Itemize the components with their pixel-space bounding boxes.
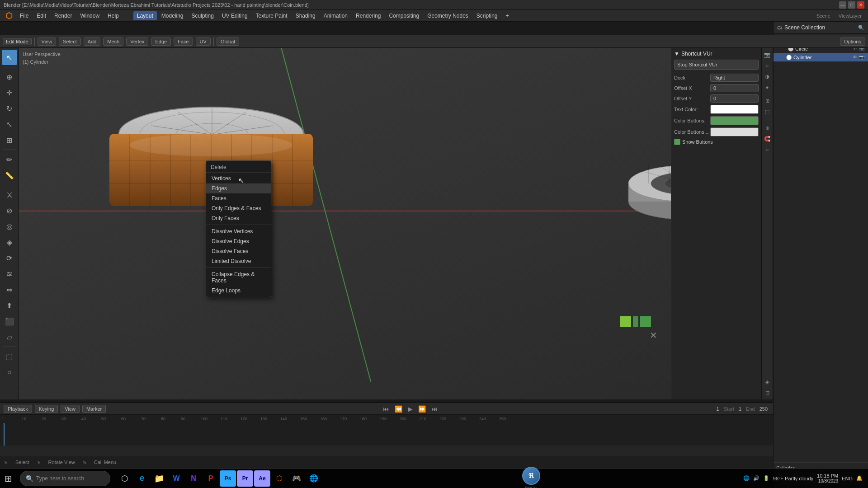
local-view-icon[interactable]: ⊡	[762, 388, 772, 398]
blender-logo[interactable]: ⬡	[3, 9, 15, 22]
select-menu[interactable]: Select	[59, 38, 81, 46]
tab-shading[interactable]: Shading	[292, 11, 319, 20]
tab-texture-paint[interactable]: Texture Paint	[252, 11, 291, 20]
edge-menu[interactable]: Edge	[151, 38, 171, 46]
timeline-bar[interactable]	[0, 423, 773, 446]
show-buttons-checkbox[interactable]	[674, 139, 680, 145]
menu-edit[interactable]: Edit	[33, 11, 50, 20]
proportional-edit-icon[interactable]: ○	[762, 145, 772, 155]
show-overlays-btn[interactable]: ⊞	[762, 96, 772, 106]
aftereffects-icon[interactable]: Ae	[254, 470, 270, 487]
frame-end[interactable]: 250	[758, 406, 769, 412]
menu-render[interactable]: Render	[51, 11, 75, 20]
tab-sculpting[interactable]: Sculpting	[188, 11, 217, 20]
tool-bevel[interactable]: ▱	[2, 329, 17, 345]
language-indicator[interactable]: ENG	[842, 476, 853, 481]
blender-taskbar-icon[interactable]: ⬡	[271, 470, 288, 487]
dock-value[interactable]: Right	[710, 74, 759, 82]
ctx-item-only-faces[interactable]: Only Faces	[206, 213, 271, 223]
onenote-icon[interactable]: N	[185, 470, 202, 487]
vertex-menu[interactable]: Vertex	[126, 38, 148, 46]
goto-start-btn[interactable]: ⏮	[383, 405, 389, 413]
taskbar-search[interactable]: 🔍 Type here to search	[20, 471, 110, 486]
gizmo-icon[interactable]: ⊕	[762, 123, 772, 133]
offset-x-value[interactable]: 0	[710, 84, 759, 92]
ctx-item-limited-dissolve[interactable]: Limited Dissolve	[206, 256, 271, 266]
tab-animation[interactable]: Animation	[320, 11, 351, 20]
menu-file[interactable]: File	[16, 11, 32, 20]
tab-rendering[interactable]: Rendering	[352, 11, 384, 20]
panel-collapse-icon[interactable]: ▼	[674, 51, 679, 57]
photoshop-icon[interactable]: Ps	[220, 470, 236, 487]
ctx-item-dissolve-vertices[interactable]: Dissolve Vertices	[206, 226, 271, 236]
close-button[interactable]: ✕	[857, 1, 864, 9]
view-menu[interactable]: View	[38, 38, 57, 46]
mesh-menu[interactable]: Mesh	[103, 38, 123, 46]
tool-to-sphere[interactable]: ○	[2, 365, 17, 380]
ctx-item-edges[interactable]: Edges	[206, 183, 271, 193]
edge-browser-icon[interactable]: e	[134, 470, 150, 487]
tl-view-btn[interactable]: View	[61, 405, 80, 413]
notification-icon[interactable]: 🔔	[856, 475, 863, 481]
viewport-shading-rendered[interactable]: ●	[762, 82, 772, 92]
ctx-item-only-edges-faces[interactable]: Only Edges & Faces	[206, 203, 271, 213]
minimize-button[interactable]: —	[839, 1, 846, 9]
snap-icon[interactable]: 🧲	[762, 134, 772, 144]
uv-menu[interactable]: UV	[196, 38, 211, 46]
frame-start[interactable]: 1	[737, 406, 743, 412]
offset-y-value[interactable]: 0	[710, 94, 759, 103]
ctx-item-dissolve-faces[interactable]: Dissolve Faces	[206, 246, 271, 256]
start-button[interactable]: ⊞	[0, 470, 16, 487]
prev-frame-btn[interactable]: ⏪	[395, 405, 402, 413]
tool-extrude[interactable]: ⬆	[2, 298, 17, 313]
ctx-item-collapse-edges-faces[interactable]: Collapse Edges & Faces	[206, 269, 271, 286]
add-menu[interactable]: Add	[84, 38, 101, 46]
color-buttons-swatch[interactable]	[710, 116, 759, 125]
explorer-icon[interactable]: 📁	[151, 470, 167, 487]
premiere-icon[interactable]: Pr	[237, 470, 253, 487]
menu-window[interactable]: Window	[76, 11, 103, 20]
options-btn[interactable]: Options	[840, 38, 865, 46]
current-frame[interactable]: 1	[715, 406, 721, 412]
tab-modeling[interactable]: Modeling	[158, 11, 187, 20]
stop-shortcut-btn[interactable]: Stop Shortcut VUr	[674, 60, 759, 70]
steam-icon[interactable]: 🎮	[288, 470, 305, 487]
tool-inset[interactable]: ⬛	[2, 314, 17, 329]
tool-annotate[interactable]: ✏	[2, 152, 17, 167]
ctx-item-vertices[interactable]: Vertices	[206, 174, 271, 183]
tool-spin[interactable]: ⟳	[2, 250, 17, 266]
eye-icon-cylinder[interactable]: 👁	[853, 55, 857, 60]
xray-btn[interactable]: ⬚	[762, 107, 772, 117]
ctx-item-faces[interactable]: Faces	[206, 193, 271, 203]
tool-select[interactable]: ↖	[2, 50, 17, 65]
tl-playback-btn[interactable]: Playback	[4, 405, 32, 413]
tool-shear[interactable]: ⬚	[2, 349, 17, 364]
tool-scale[interactable]: ⤡	[2, 117, 17, 132]
tree-item-cylinder[interactable]: ⬤ Cylinder 👁 📷	[774, 53, 868, 61]
powerpoint-icon[interactable]: P	[203, 470, 219, 487]
add-workspace-btn[interactable]: +	[502, 11, 513, 20]
tab-uv-editing[interactable]: UV Editing	[218, 11, 251, 20]
tool-poly-build[interactable]: ◈	[2, 235, 17, 250]
render-camera-icon[interactable]: 📷	[762, 50, 772, 60]
close-overlay-btn[interactable]: ✕	[650, 330, 657, 341]
goto-end-btn[interactable]: ⏭	[431, 405, 438, 413]
tool-knife[interactable]: ⚔	[2, 187, 17, 202]
main-viewport[interactable]: ✕	[19, 48, 773, 399]
tool-smooth[interactable]: ≋	[2, 266, 17, 282]
chrome-icon[interactable]: 🌐	[306, 470, 322, 487]
battery-icon[interactable]: 🔋	[763, 475, 769, 481]
tab-layout[interactable]: Layout	[133, 11, 157, 20]
word-icon[interactable]: W	[168, 470, 184, 487]
clock[interactable]: 10:18 PM 10/8/2023	[817, 473, 838, 483]
tab-compositing[interactable]: Compositing	[385, 11, 423, 20]
transform-pivot-icon[interactable]: ◈	[762, 377, 772, 387]
tl-keying-btn[interactable]: Keying	[35, 405, 58, 413]
tool-rotate[interactable]: ↻	[2, 101, 17, 116]
tab-geometry-nodes[interactable]: Geometry Nodes	[424, 11, 472, 20]
viewport-shading-solid[interactable]: ○	[762, 61, 772, 70]
play-btn[interactable]: ▶	[408, 405, 413, 413]
transform-selector[interactable]: Global	[217, 38, 239, 46]
mode-selector[interactable]: Edit Mode	[3, 38, 32, 45]
network-icon[interactable]: 🌐	[743, 475, 750, 481]
